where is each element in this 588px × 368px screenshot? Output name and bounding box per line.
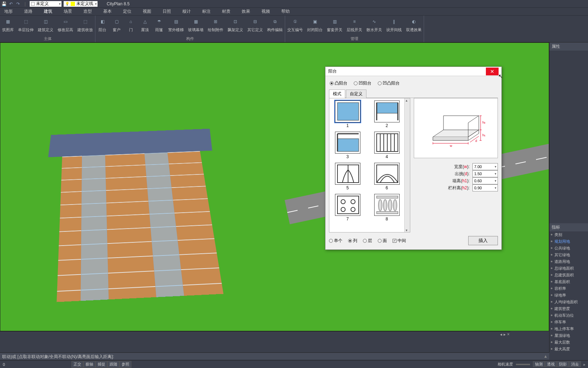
menu-item[interactable]: 视图 xyxy=(143,8,151,15)
ribbon-屋顶[interactable]: △屋顶 xyxy=(138,16,152,36)
ribbon-设开间线[interactable]: ‖设开间线 xyxy=(384,16,404,36)
param-combo-d[interactable]: 1.50 xyxy=(472,170,498,177)
placement-radio[interactable]: 单个 xyxy=(329,238,342,244)
thumbnail-scrollbar[interactable] xyxy=(404,98,410,232)
indicator-item[interactable]: 总建筑面积 xyxy=(549,272,588,278)
undo-icon[interactable]: ↶ xyxy=(8,1,13,6)
dialog-tab[interactable]: 模式 xyxy=(329,90,345,98)
menu-item[interactable]: 标注 xyxy=(202,8,211,15)
indicator-item[interactable]: 最大层数 xyxy=(549,339,588,346)
ribbon-层线开关[interactable]: ≡层线开关 xyxy=(345,16,364,36)
balcony-thumbnail[interactable]: 7 xyxy=(331,194,364,222)
view-mode-button[interactable]: 阴影 xyxy=(557,361,569,367)
view-mode-button[interactable]: 透视 xyxy=(545,361,557,367)
menu-item[interactable]: 帮助 xyxy=(281,8,290,15)
menu-item[interactable]: 场景 xyxy=(64,8,72,15)
ribbon-门[interactable]: ⌂门 xyxy=(124,16,138,36)
indicator-item[interactable]: 类别 xyxy=(549,231,588,238)
ribbon-单层拉伸[interactable]: ⬚单层拉伸 xyxy=(16,16,36,36)
layer-dropdown-2[interactable]: 💡 未定义线 xyxy=(64,1,98,7)
placement-radio[interactable]: 列 xyxy=(348,238,357,244)
param-combo-h2[interactable]: 0.90 xyxy=(472,184,498,191)
snap-toggle[interactable]: 参照 xyxy=(119,361,131,368)
ribbon-窗户[interactable]: ▢窗户 xyxy=(110,16,124,36)
menu-item[interactable]: 基本 xyxy=(103,8,112,15)
ribbon-其它定义[interactable]: ⊟其它定义 xyxy=(245,16,265,36)
menu-item[interactable]: 建筑 xyxy=(44,8,52,15)
indicator-item[interactable]: 其它绿地 xyxy=(549,252,588,258)
balcony-thumbnail[interactable]: 2 xyxy=(371,100,403,128)
indicator-item[interactable]: 人均绿地面积 xyxy=(549,299,588,305)
snap-toggle[interactable]: 正交 xyxy=(71,361,83,368)
middle-checkbox[interactable]: ✓中间 xyxy=(393,238,406,244)
indicator-item[interactable]: 建筑密度 xyxy=(549,305,588,312)
ribbon-修改层高[interactable]: ▭修改层高 xyxy=(55,16,75,36)
ribbon-双透效果[interactable]: ◐双透效果 xyxy=(404,16,424,36)
ribbon-玻璃幕墙[interactable]: ▦玻璃幕墙 xyxy=(186,16,206,36)
ribbon-封闭阳台[interactable]: ▣封闭阳台 xyxy=(305,16,325,36)
placement-radio[interactable]: 层 xyxy=(363,238,372,244)
indicator-item[interactable]: 地上停车率 xyxy=(549,326,588,332)
dialog-close-button[interactable]: ✕ xyxy=(486,68,499,75)
command-line[interactable]: 联动)或 [点取非联动对象/全局不联动(N)/高亮面后输入距离]: xyxy=(0,352,549,360)
ribbon-建筑定义[interactable]: ◫建筑定义 xyxy=(36,16,55,36)
menu-item[interactable]: 地形 xyxy=(4,8,13,15)
tab-left-icon[interactable]: ◂ xyxy=(500,332,502,337)
ribbon-散水开关[interactable]: ∿散水开关 xyxy=(364,16,384,36)
menu-item[interactable]: 日照 xyxy=(163,8,171,15)
snap-toggle[interactable]: 极轴 xyxy=(83,361,95,368)
balcony-type-radio[interactable]: 凹阳台 xyxy=(354,80,371,86)
indicator-item[interactable]: 道路用地 xyxy=(549,258,588,265)
redo-icon[interactable]: ↷ xyxy=(16,1,20,6)
ribbon-筑图库[interactable]: ▦筑图库 xyxy=(0,16,16,36)
balcony-type-radio[interactable]: 凸阳台 xyxy=(330,80,347,86)
status-more-icon[interactable]: » xyxy=(582,362,587,367)
insert-button[interactable]: 插入 xyxy=(468,236,498,245)
menu-item[interactable]: 造型 xyxy=(83,8,92,15)
ribbon-飘架定义[interactable]: ⊡飘架定义 xyxy=(225,16,245,36)
ribbon-室外楼梯[interactable]: ▤室外楼梯 xyxy=(166,16,186,36)
view-mode-button[interactable]: 轴测 xyxy=(533,361,545,367)
indicator-item[interactable]: 公共绿地 xyxy=(549,245,588,252)
balcony-thumbnail[interactable]: 3 xyxy=(331,132,364,159)
camera-speed-slider[interactable] xyxy=(516,364,530,365)
indicator-item[interactable]: 绿地率 xyxy=(549,292,588,299)
view-mode-button[interactable]: 消去 xyxy=(569,361,581,367)
indicator-item[interactable]: 基底面积 xyxy=(549,278,588,285)
indicator-item[interactable]: 容积率 xyxy=(549,285,588,292)
ribbon-阳台[interactable]: ◧阳台 xyxy=(95,16,110,36)
layer-dropdown-1[interactable]: 未定义 xyxy=(30,1,61,7)
snap-toggle[interactable]: 捕捉 xyxy=(95,361,107,368)
indicator-item[interactable]: 规划用地 xyxy=(549,238,588,245)
menu-item[interactable]: 效果 xyxy=(242,8,250,15)
tab-close-icon[interactable]: × xyxy=(507,332,510,337)
command-scroll-icon[interactable]: ▲ xyxy=(543,354,548,359)
balcony-thumbnail[interactable]: 6 xyxy=(371,163,403,190)
balcony-thumbnail[interactable]: 5 xyxy=(331,163,364,190)
indicator-item[interactable]: 最大高度 xyxy=(549,346,588,352)
indicator-item[interactable]: 总绿地面积 xyxy=(549,265,588,272)
indicator-item[interactable]: 屋顶绿地 xyxy=(549,332,588,339)
ribbon-交互编号[interactable]: ①交互编号 xyxy=(285,16,305,36)
tab-right-icon[interactable]: ▸ xyxy=(504,332,506,337)
menu-item[interactable]: 道路 xyxy=(24,8,33,15)
balcony-thumbnail[interactable]: 1 xyxy=(331,100,364,128)
menu-item[interactable]: 材质 xyxy=(222,8,230,15)
indicator-item[interactable]: 机动车泊位 xyxy=(549,312,588,319)
ribbon-绘制附件[interactable]: ⊞绘制附件 xyxy=(206,16,225,36)
param-combo-w[interactable]: 7.00 xyxy=(472,163,498,170)
menu-item[interactable]: 定位 xyxy=(123,8,131,15)
param-combo-h1[interactable]: 0.60 xyxy=(472,177,498,184)
balcony-thumbnail[interactable]: 8 xyxy=(371,194,403,222)
dialog-tab[interactable]: 自定义 xyxy=(346,90,366,98)
indicator-item[interactable]: 停车率 xyxy=(549,319,588,326)
dialog-titlebar[interactable]: 阳台 ✕ xyxy=(325,67,501,76)
snap-toggle[interactable]: 跟随 xyxy=(107,361,119,368)
balcony-type-radio[interactable]: 凹凸阳台 xyxy=(378,80,400,86)
menu-item[interactable]: 视频 xyxy=(261,8,270,15)
ribbon-构件编辑[interactable]: ⧉构件编辑 xyxy=(265,16,285,36)
ribbon-窗套开关[interactable]: ▥窗套开关 xyxy=(325,16,345,36)
save-icon[interactable]: 💾 xyxy=(1,1,6,6)
placement-radio[interactable]: 面 xyxy=(378,238,387,244)
menu-item[interactable]: 核计 xyxy=(182,8,191,15)
